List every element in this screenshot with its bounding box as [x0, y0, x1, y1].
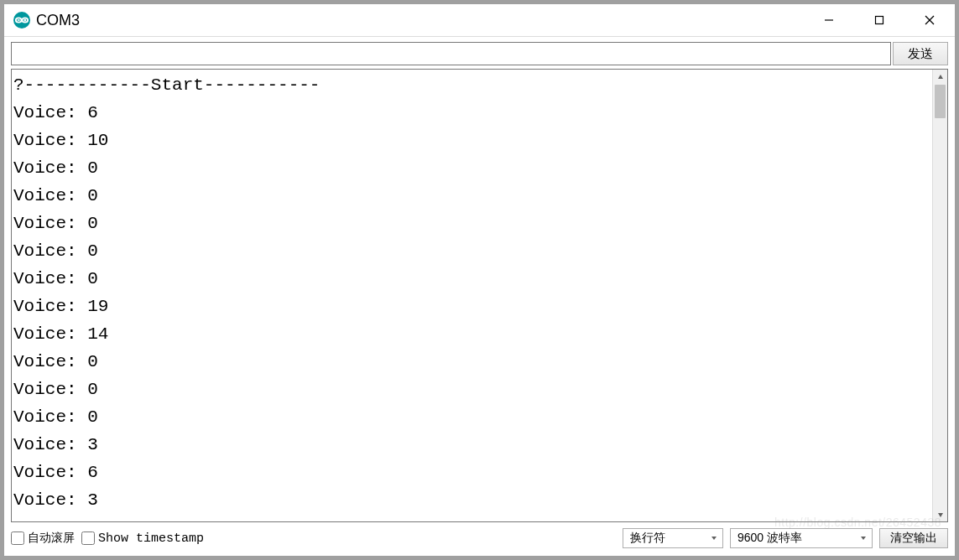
- minimize-button[interactable]: [804, 4, 854, 36]
- send-row: 发送: [4, 37, 955, 69]
- vertical-scrollbar[interactable]: [932, 70, 947, 521]
- autoscroll-checkbox[interactable]: 自动滚屏: [11, 531, 75, 546]
- window-frame: COM3 发送 ?------------Start----------- Vo…: [3, 3, 956, 557]
- app-icon: [13, 11, 31, 29]
- footer-row: 自动滚屏 Show timestamp 换行符 9600 波特率 清空输出: [4, 526, 955, 556]
- svg-line-8: [925, 16, 934, 24]
- send-input[interactable]: [11, 42, 891, 65]
- baud-rate-selected: 9600 波特率: [737, 531, 802, 546]
- svg-line-9: [925, 16, 934, 24]
- maximize-button[interactable]: [854, 4, 904, 36]
- titlebar: COM3: [4, 4, 955, 37]
- timestamp-checkbox[interactable]: Show timestamp: [81, 531, 204, 546]
- close-button[interactable]: [904, 4, 955, 36]
- line-ending-select[interactable]: 换行符: [623, 528, 723, 548]
- timestamp-label: Show timestamp: [98, 531, 204, 546]
- chevron-down-icon: [860, 534, 867, 543]
- svg-marker-12: [711, 537, 717, 540]
- svg-rect-7: [876, 17, 883, 24]
- autoscroll-checkbox-input[interactable]: [11, 531, 24, 545]
- send-button[interactable]: 发送: [893, 42, 948, 65]
- scroll-down-icon[interactable]: [933, 507, 947, 521]
- baud-rate-select[interactable]: 9600 波特率: [730, 528, 873, 548]
- timestamp-checkbox-input[interactable]: [81, 531, 95, 545]
- scroll-up-icon[interactable]: [933, 70, 947, 84]
- scroll-thumb[interactable]: [935, 85, 946, 118]
- console-output: ?------------Start----------- Voice: 6 V…: [12, 70, 932, 521]
- line-ending-selected: 换行符: [630, 531, 665, 546]
- window-title: COM3: [36, 12, 804, 29]
- window-controls: [804, 4, 955, 36]
- svg-marker-10: [938, 75, 943, 79]
- console-and-scroll: ?------------Start----------- Voice: 6 V…: [12, 70, 947, 521]
- svg-marker-11: [938, 513, 943, 517]
- autoscroll-label: 自动滚屏: [28, 531, 75, 546]
- svg-marker-13: [861, 537, 866, 540]
- clear-output-button[interactable]: 清空输出: [879, 528, 948, 548]
- console-wrap: ?------------Start----------- Voice: 6 V…: [11, 69, 948, 522]
- chevron-down-icon: [711, 534, 717, 543]
